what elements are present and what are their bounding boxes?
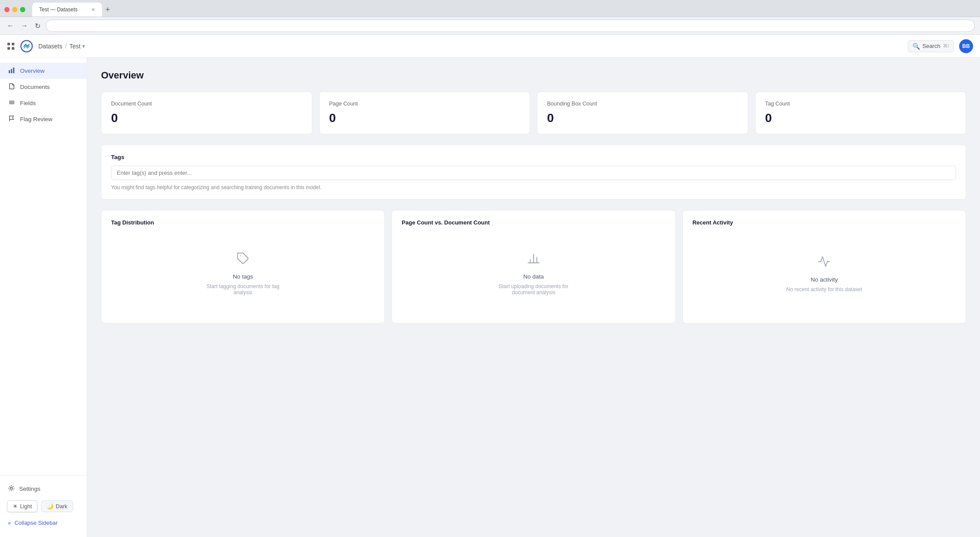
back-button[interactable]: ← — [5, 20, 16, 31]
tags-section-title: Tags — [111, 154, 956, 160]
theme-light-label: Light — [20, 503, 32, 510]
svg-rect-2 — [7, 47, 10, 50]
theme-dark-button[interactable]: 🌙 Dark — [41, 500, 73, 512]
breadcrumb-root[interactable]: Datasets — [38, 43, 62, 50]
activity-empty-title: No activity — [811, 276, 838, 283]
svg-rect-3 — [12, 47, 14, 50]
main-content: Overview Document Count 0 Page Count 0 B… — [87, 58, 980, 537]
chevron-down-icon: ▾ — [82, 43, 85, 49]
chevrons-left-icon: « — [8, 520, 11, 526]
svg-point-11 — [10, 487, 13, 489]
sidebar-item-label-overview: Overview — [20, 68, 44, 74]
document-icon — [8, 83, 16, 91]
stat-value-page-count: 0 — [329, 111, 520, 125]
breadcrumb-child: Test — [69, 43, 81, 50]
new-tab-button[interactable]: + — [103, 3, 113, 17]
search-icon: 🔍 — [912, 43, 920, 50]
sidebar-item-overview[interactable]: Overview — [0, 63, 87, 79]
tags-section: Tags You might find tags helpful for cat… — [101, 145, 966, 200]
settings-icon — [8, 485, 15, 493]
stat-value-tag-count: 0 — [765, 111, 956, 125]
sidebar-item-label-fields: Fields — [20, 100, 36, 106]
app-layout: Datasets / Test ▾ 🔍 Search ⌘/ BB — [0, 35, 980, 537]
chart-cards: Tag Distribution No tags Start tagging d… — [101, 210, 966, 323]
chart-empty-recent-activity: No activity No recent activity for this … — [693, 233, 956, 314]
stat-card-page-count: Page Count 0 — [319, 92, 531, 134]
sun-icon: ☀ — [13, 503, 18, 510]
stat-label-document-count: Document Count — [111, 101, 302, 107]
top-nav-right: 🔍 Search ⌘/ BB — [908, 39, 973, 53]
breadcrumb: Datasets / Test ▾ — [38, 43, 85, 50]
forward-button[interactable]: → — [19, 20, 30, 31]
collapse-sidebar-button[interactable]: « Collapse Sidebar — [0, 516, 87, 530]
stat-card-tag-count: Tag Count 0 — [755, 92, 966, 134]
activity-empty-desc: No recent activity for this dataset — [786, 286, 862, 292]
minimize-window-button[interactable] — [12, 7, 17, 12]
settings-label: Settings — [19, 486, 41, 492]
chart-title-tag-distribution: Tag Distribution — [111, 219, 375, 226]
stat-card-document-count: Document Count 0 — [101, 92, 312, 134]
page-vs-doc-empty-title: No data — [523, 273, 544, 280]
search-label: Search — [923, 43, 940, 49]
sidebar-item-flag-review[interactable]: Flag Review — [0, 111, 87, 127]
moon-icon: 🌙 — [47, 503, 54, 510]
theme-dark-label: Dark — [56, 503, 67, 510]
omnibar: ← → ↻ — [0, 17, 980, 35]
sidebar-nav: Overview Documents — [0, 63, 87, 475]
activity-empty-icon — [818, 255, 831, 271]
chart-card-tag-distribution: Tag Distribution No tags Start tagging d… — [101, 210, 385, 323]
tab-close-icon[interactable]: × — [91, 6, 95, 13]
browser-chrome: Test — Datasets × + — [0, 0, 980, 17]
sidebar-item-label-documents: Documents — [20, 84, 50, 90]
svg-rect-6 — [11, 69, 12, 73]
avatar-initials: BB — [962, 43, 970, 49]
avatar[interactable]: BB — [959, 39, 973, 53]
app-logo — [20, 40, 33, 53]
page-vs-doc-empty-desc: Start uploading documents for document a… — [494, 283, 573, 296]
breadcrumb-current[interactable]: Test ▾ — [69, 43, 85, 50]
svg-point-4 — [21, 41, 32, 52]
reload-button[interactable]: ↻ — [33, 20, 42, 32]
chart-bar-icon — [8, 67, 16, 75]
window-controls — [4, 7, 25, 12]
top-nav: Datasets / Test ▾ 🔍 Search ⌘/ BB — [0, 35, 980, 58]
sidebar: Overview Documents — [0, 58, 87, 537]
chart-empty-tag-distribution: No tags Start tagging documents for tag … — [111, 233, 375, 314]
main-area: Overview Documents — [0, 58, 980, 537]
svg-rect-7 — [13, 68, 14, 73]
stat-value-bounding-box-count: 0 — [547, 111, 738, 125]
sidebar-bottom: Settings ☀ Light 🌙 Dark « Collapse Sideb… — [0, 475, 87, 535]
search-button[interactable]: 🔍 Search ⌘/ — [908, 40, 954, 52]
stat-label-page-count: Page Count — [329, 101, 520, 107]
sidebar-item-fields[interactable]: Fields — [0, 95, 87, 111]
chart-card-page-vs-doc: Page Count vs. Document Count No data St… — [392, 210, 675, 323]
tab-title: Test — Datasets — [39, 7, 78, 13]
bar-chart-empty-icon — [527, 252, 540, 268]
stat-card-bounding-box-count: Bounding Box Count 0 — [537, 92, 748, 134]
settings-item[interactable]: Settings — [0, 481, 87, 497]
tag-empty-title: No tags — [233, 273, 253, 280]
svg-rect-1 — [12, 43, 14, 45]
page-title: Overview — [101, 70, 966, 81]
stat-label-tag-count: Tag Count — [765, 101, 956, 107]
close-window-button[interactable] — [4, 7, 10, 12]
svg-rect-0 — [7, 43, 10, 45]
tag-input[interactable] — [111, 166, 956, 180]
tab-bar: Test — Datasets × + — [32, 3, 976, 17]
maximize-window-button[interactable] — [20, 7, 25, 12]
svg-rect-5 — [9, 70, 10, 73]
address-bar[interactable] — [46, 20, 975, 32]
stat-cards: Document Count 0 Page Count 0 Bounding B… — [101, 92, 966, 134]
stat-value-document-count: 0 — [111, 111, 302, 125]
tag-helper-text: You might find tags helpful for categori… — [111, 184, 956, 190]
app-grid-icon[interactable] — [7, 42, 15, 50]
sidebar-item-label-flag-review: Flag Review — [20, 116, 52, 122]
chart-empty-page-vs-doc: No data Start uploading documents for do… — [402, 233, 665, 314]
list-icon — [8, 99, 16, 107]
tag-empty-icon — [237, 252, 250, 268]
sidebar-item-documents[interactable]: Documents — [0, 79, 87, 95]
theme-light-button[interactable]: ☀ Light — [7, 500, 37, 512]
chart-title-recent-activity: Recent Activity — [693, 219, 956, 226]
search-shortcut: ⌘/ — [943, 43, 949, 49]
active-tab[interactable]: Test — Datasets × — [32, 3, 102, 17]
